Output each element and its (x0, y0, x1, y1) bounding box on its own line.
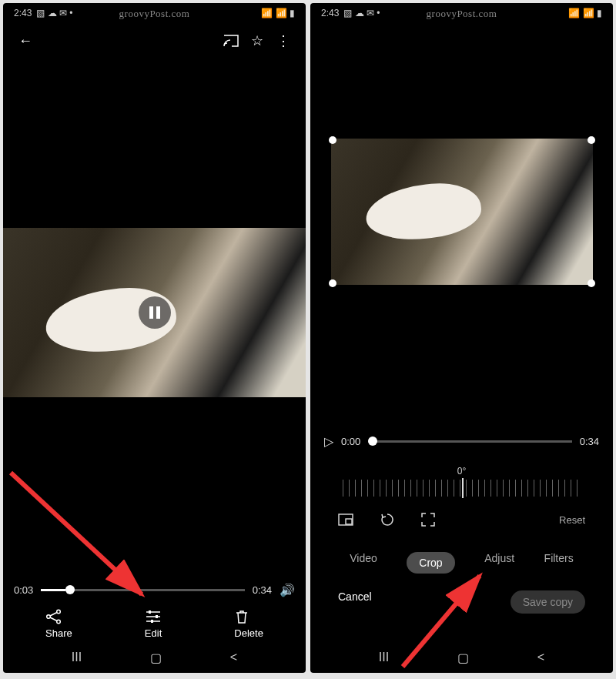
share-label: Share (45, 627, 72, 639)
tab-crop[interactable]: Crop (407, 552, 454, 574)
trash-icon (234, 609, 263, 624)
delete-label: Delete (234, 627, 263, 639)
app-bar: ← ☆ ⋮ (3, 23, 306, 59)
video-frame[interactable] (3, 228, 306, 397)
svg-rect-5 (151, 620, 153, 623)
svg-rect-8 (346, 519, 352, 524)
editor-bottom-bar: Cancel Save copy (324, 590, 599, 614)
action-bar: Share Edit Delete (3, 609, 306, 639)
crop-handle-bl[interactable] (329, 279, 336, 287)
screenshot-editor: 2:43 ▧ ☁ ✉ • 📶 📶 ▮ groovyPost.com ▷ 0:00… (310, 3, 613, 673)
home-button[interactable]: ▢ (150, 651, 162, 665)
pause-button[interactable] (139, 296, 171, 329)
svg-point-2 (57, 620, 61, 624)
elapsed-time: 0:03 (14, 584, 33, 596)
crop-handle-tr[interactable] (588, 136, 595, 144)
recents-button[interactable]: III (379, 651, 389, 664)
play-icon[interactable]: ▷ (324, 434, 333, 449)
total-time: 0:34 (580, 436, 599, 447)
aspect-icon[interactable] (338, 513, 353, 526)
tab-video[interactable]: Video (350, 552, 377, 574)
rotation-angle: 0° (324, 466, 599, 477)
crop-handle-br[interactable] (588, 279, 595, 287)
tab-adjust[interactable]: Adjust (484, 552, 514, 574)
back-button[interactable]: < (230, 651, 237, 664)
statusbar: 2:43 ▧ ☁ ✉ • 📶 📶 ▮ (3, 3, 306, 23)
clock: 2:43 (14, 8, 32, 18)
crop-handle-tl[interactable] (329, 136, 336, 144)
delete-button[interactable]: Delete (234, 609, 263, 639)
notification-dots: ▧ ☁ ✉ • (343, 8, 380, 18)
cast-icon[interactable] (218, 28, 244, 54)
android-navbar: III ▢ < (3, 642, 306, 673)
back-arrow-icon[interactable]: ← (12, 28, 38, 54)
expand-icon[interactable] (421, 513, 435, 527)
rotate-icon[interactable] (380, 512, 395, 527)
editor-tabs: Video Crop Adjust Filters (324, 552, 599, 574)
share-icon (45, 609, 72, 624)
reset-button[interactable]: Reset (559, 514, 585, 526)
elapsed-time: 0:00 (341, 436, 360, 447)
back-button[interactable]: < (537, 651, 544, 664)
star-icon[interactable]: ☆ (244, 28, 270, 54)
svg-rect-4 (156, 615, 158, 618)
rotation-indicator (462, 478, 464, 498)
share-button[interactable]: Share (45, 609, 72, 639)
svg-rect-3 (149, 610, 151, 614)
progress-row: 0:03 0:34 🔊 (3, 583, 306, 597)
notification-dots: ▧ ☁ ✉ • (36, 8, 72, 18)
screenshot-viewer: 2:43 ▧ ☁ ✉ • 📶 📶 ▮ groovyPost.com ← ☆ ⋮ … (3, 3, 306, 673)
svg-point-1 (57, 610, 61, 614)
statusbar: 2:43 ▧ ☁ ✉ • 📶 📶 ▮ (310, 3, 613, 23)
android-navbar: III ▢ < (310, 642, 613, 673)
status-icons: 📶 📶 ▮ (261, 8, 295, 18)
home-button[interactable]: ▢ (457, 651, 469, 665)
crop-frame[interactable] (331, 139, 593, 285)
recents-button[interactable]: III (72, 651, 82, 664)
tab-filters[interactable]: Filters (544, 552, 574, 574)
svg-line-6 (11, 473, 142, 594)
total-time: 0:34 (253, 584, 272, 596)
save-copy-button[interactable]: Save copy (511, 590, 585, 614)
edit-button[interactable]: Edit (145, 609, 162, 639)
svg-point-0 (47, 615, 51, 619)
editor-timeline: ▷ 0:00 0:34 0° Reset Video Cro (310, 434, 613, 614)
crop-tools-row: Reset (324, 512, 599, 527)
video-subject-dog (363, 179, 483, 244)
status-icons: 📶 📶 ▮ (568, 8, 602, 18)
volume-icon[interactable]: 🔊 (280, 583, 295, 597)
edit-label: Edit (145, 627, 162, 639)
overflow-menu-icon[interactable]: ⋮ (270, 28, 296, 54)
edit-icon (145, 609, 162, 624)
clock: 2:43 (321, 8, 339, 18)
video-scrubber[interactable] (41, 589, 244, 591)
cancel-button[interactable]: Cancel (338, 590, 372, 614)
video-scrubber[interactable] (368, 440, 571, 443)
